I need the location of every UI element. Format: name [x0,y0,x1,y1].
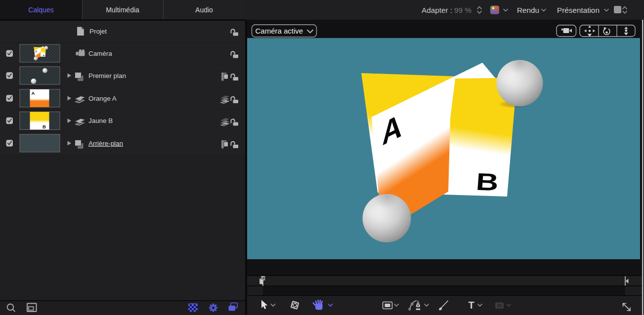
svg-text:Projet: Projet [89,28,107,35]
svg-text:99 %: 99 % [454,6,472,14]
svg-text:Multimédia: Multimédia [106,6,139,14]
svg-text:A: A [32,90,35,96]
svg-text:Calques: Calques [28,6,53,14]
svg-text:Audio: Audio [195,6,213,14]
svg-text:Orange A: Orange A [88,95,117,102]
svg-text:Rendu: Rendu [517,6,539,14]
svg-text:Premier plan: Premier plan [88,72,126,79]
svg-text:Caméra active: Caméra active [256,27,303,35]
svg-text:Caméra: Caméra [88,50,112,57]
svg-text:Présentation: Présentation [557,6,600,14]
svg-text:Arrière-plan: Arrière-plan [88,140,123,147]
svg-text:B: B [43,124,46,129]
svg-text:Adapter :: Adapter : [422,6,452,14]
svg-text:T: T [469,300,474,311]
svg-text:Jaune B: Jaune B [88,117,113,124]
